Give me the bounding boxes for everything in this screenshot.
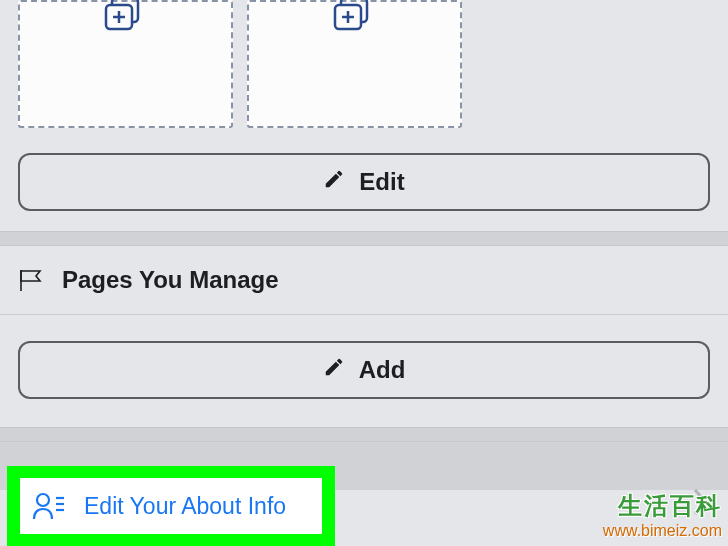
add-featured-card[interactable] (18, 0, 233, 128)
section-divider (0, 427, 728, 442)
pencil-icon (323, 356, 345, 384)
watermark-text-url: www.bimeiz.com (603, 521, 722, 540)
pages-you-manage-header: Pages You Manage (0, 246, 728, 315)
edit-about-label: Edit Your About Info (84, 493, 286, 520)
add-featured-card[interactable] (247, 0, 462, 128)
pages-you-manage-title: Pages You Manage (62, 266, 279, 294)
section-divider (0, 231, 728, 246)
pages-you-manage-body: Add (0, 315, 728, 427)
edit-button-label: Edit (359, 168, 404, 196)
svg-point-9 (37, 494, 49, 506)
edit-featured-button[interactable]: Edit (18, 153, 710, 211)
placeholder-row (18, 0, 710, 128)
chevron-right-icon[interactable] (692, 486, 710, 522)
person-lines-icon (32, 489, 66, 523)
pencil-icon (323, 168, 345, 196)
add-button-label: Add (359, 356, 406, 384)
featured-section: Edit (0, 0, 728, 231)
highlight-overlay: Edit Your About Info (7, 466, 335, 546)
add-page-button[interactable]: Add (18, 341, 710, 399)
card-plus-icon (104, 0, 148, 33)
edit-about-info-row[interactable]: Edit Your About Info (20, 478, 322, 534)
card-plus-icon (333, 0, 377, 33)
flag-icon (18, 268, 44, 292)
